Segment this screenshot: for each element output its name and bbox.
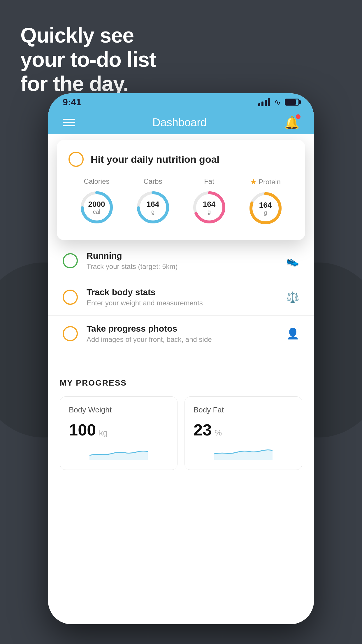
wifi-icon: ∿ — [274, 97, 281, 107]
running-text: Running Track your stats (target: 5km) — [87, 251, 277, 271]
running-subtitle: Track your stats (target: 5km) — [87, 262, 277, 271]
shoe-icon: 👟 — [286, 255, 299, 267]
phone-mockup: 9:41 ∿ Dashboard 🔔 THI — [48, 93, 314, 624]
progress-header: MY PROGRESS — [60, 378, 302, 388]
fat-ring: 164 g — [190, 188, 228, 226]
protein-label: Protein — [259, 178, 281, 186]
fat-label: Fat — [204, 177, 214, 186]
calories-ring: 2000 cal — [78, 188, 116, 226]
status-icons: ∿ — [258, 97, 299, 107]
body-fat-sparkline — [194, 445, 293, 460]
body-stats-subtitle: Enter your weight and measurements — [87, 299, 277, 307]
scale-icon: ⚖️ — [286, 291, 299, 303]
star-icon: ★ — [250, 177, 257, 186]
headline-line3: for the day. — [20, 72, 156, 96]
todo-running[interactable]: Running Track your stats (target: 5km) 👟 — [48, 243, 314, 279]
body-fat-title: Body Fat — [194, 405, 293, 414]
nav-title: Dashboard — [152, 116, 207, 129]
body-fat-value-row: 23 % — [194, 420, 293, 439]
battery-icon — [285, 99, 299, 106]
headline-line2: your to-do list — [20, 48, 156, 72]
status-bar: 9:41 ∿ — [48, 93, 314, 111]
notification-dot — [296, 114, 301, 119]
headline: Quickly see your to-do list for the day. — [20, 23, 156, 96]
body-stats-text: Track body stats Enter your weight and m… — [87, 287, 277, 307]
nutrition-fat: Fat 164 g — [190, 177, 228, 226]
carbs-ring: 164 g — [134, 188, 172, 226]
task-circle[interactable] — [68, 152, 84, 167]
nutrition-goals: Calories 2000 cal Carbs — [68, 177, 294, 227]
body-fat-value: 23 — [194, 420, 212, 439]
todo-body-stats[interactable]: Track body stats Enter your weight and m… — [48, 279, 314, 316]
protein-label-row: ★ Protein — [250, 177, 281, 186]
protein-ring: 164 g — [247, 189, 284, 227]
photos-circle — [63, 326, 78, 341]
photos-title: Take progress photos — [87, 324, 277, 334]
nutrition-carbs: Carbs 164 g — [134, 177, 172, 226]
running-circle — [63, 253, 78, 268]
nutrition-card: Hit your daily nutrition goal Calories 2… — [57, 140, 305, 240]
body-weight-value-row: 100 kg — [69, 420, 168, 439]
body-stats-circle — [63, 290, 78, 305]
card-title: Hit your daily nutrition goal — [91, 154, 219, 165]
person-icon: 👤 — [286, 328, 299, 340]
nutrition-protein: ★ Protein 164 g — [247, 177, 284, 227]
body-weight-sparkline — [69, 445, 168, 460]
nutrition-calories: Calories 2000 cal — [78, 177, 116, 226]
photos-subtitle: Add images of your front, back, and side — [87, 335, 277, 344]
main-content: THINGS TO DO TODAY Hit your daily nutrit… — [48, 134, 314, 624]
progress-section: MY PROGRESS Body Weight 100 kg B — [48, 364, 314, 470]
nav-bar: Dashboard 🔔 — [48, 111, 314, 134]
running-title: Running — [87, 251, 277, 261]
status-time: 9:41 — [63, 97, 81, 108]
headline-line1: Quickly see — [20, 23, 156, 48]
body-fat-card[interactable]: Body Fat 23 % — [184, 396, 302, 470]
body-fat-unit: % — [215, 428, 222, 438]
body-stats-title: Track body stats — [87, 287, 277, 297]
hamburger-menu[interactable] — [63, 119, 75, 126]
bell-icon[interactable]: 🔔 — [284, 116, 299, 130]
calories-label: Calories — [84, 177, 109, 186]
signal-icon — [258, 98, 270, 106]
card-title-row: Hit your daily nutrition goal — [68, 152, 294, 167]
body-weight-title: Body Weight — [69, 405, 168, 414]
body-weight-value: 100 — [69, 420, 96, 439]
body-weight-unit: kg — [99, 428, 108, 438]
progress-cards: Body Weight 100 kg Body Fat 23 % — [60, 396, 302, 470]
photos-text: Take progress photos Add images of your … — [87, 324, 277, 344]
todo-photos[interactable]: Take progress photos Add images of your … — [48, 316, 314, 352]
body-weight-card[interactable]: Body Weight 100 kg — [60, 396, 178, 470]
carbs-label: Carbs — [143, 177, 162, 186]
